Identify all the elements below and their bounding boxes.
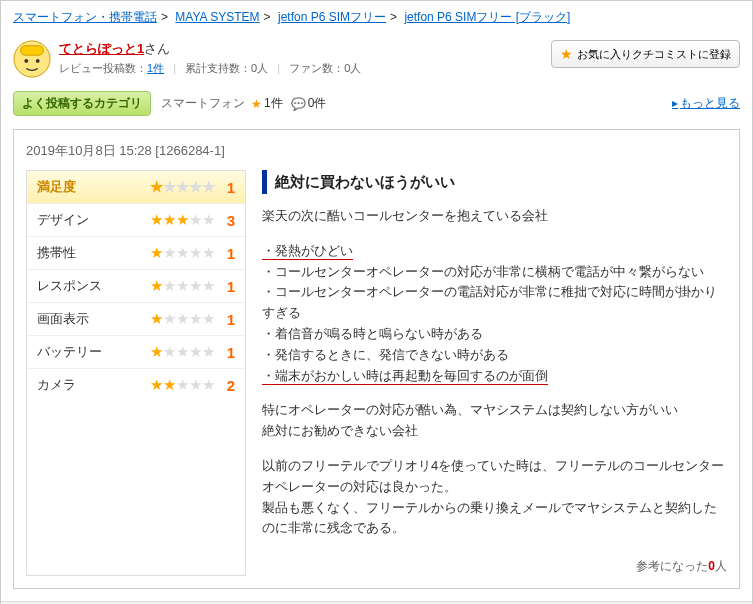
review-text: 楽天の次に酷いコールセンターを抱えている会社 ・発熱がひどい ・コールセンターオ… [262,206,727,539]
ratings-table: 満足度★★★★★1デザイン★★★★★3携帯性★★★★★1レスポンス★★★★★1画… [26,170,246,576]
avatar [13,40,51,78]
review-box: 2019年10月8日 15:28 [1266284-1] 満足度★★★★★1デザ… [13,129,740,589]
rating-row: カメラ★★★★★2 [27,369,245,401]
category-label: よく投稿するカテゴリ [13,91,151,116]
breadcrumb-link[interactable]: jetfon P6 SIMフリー [ブラック] [404,10,570,24]
category-item: スマートフォン [161,95,245,112]
user-stats: レビュー投稿数：1件 | 累計支持数：0人 | ファン数：0人 [59,61,551,76]
review-date: 2019年10月8日 15:28 [1266284-1] [26,142,727,160]
svg-rect-1 [21,46,44,56]
breadcrumb-link[interactable]: MAYA SYSTEM [175,10,259,24]
svg-point-2 [24,59,28,63]
review-title: 絶対に買わないほうがいい [262,170,727,194]
breadcrumb-link[interactable]: jetfon P6 SIMフリー [278,10,386,24]
breadcrumb: スマートフォン・携帯電話> MAYA SYSTEM> jetfon P6 SIM… [1,1,752,34]
rating-row: レスポンス★★★★★1 [27,270,245,303]
helpful-count: 参考になった0人 [262,557,727,576]
rating-row: 携帯性★★★★★1 [27,237,245,270]
star-icon: ★ [560,46,573,62]
breadcrumb-link[interactable]: スマートフォン・携帯電話 [13,10,157,24]
rating-row: 満足度★★★★★1 [27,171,245,204]
rating-row: 画面表示★★★★★1 [27,303,245,336]
svg-point-3 [36,59,40,63]
star-icon: ★ [251,97,262,111]
user-suffix: さん [144,41,170,56]
user-name-link[interactable]: てとらぽっと1 [59,41,144,56]
bubble-icon: 💬 [291,97,306,111]
more-link[interactable]: もっと見る [672,95,740,112]
rating-row: バッテリー★★★★★1 [27,336,245,369]
favorite-button[interactable]: ★ お気に入りクチコミストに登録 [551,40,740,68]
review-count-link[interactable]: 1件 [147,62,164,74]
rating-row: デザイン★★★★★3 [27,204,245,237]
